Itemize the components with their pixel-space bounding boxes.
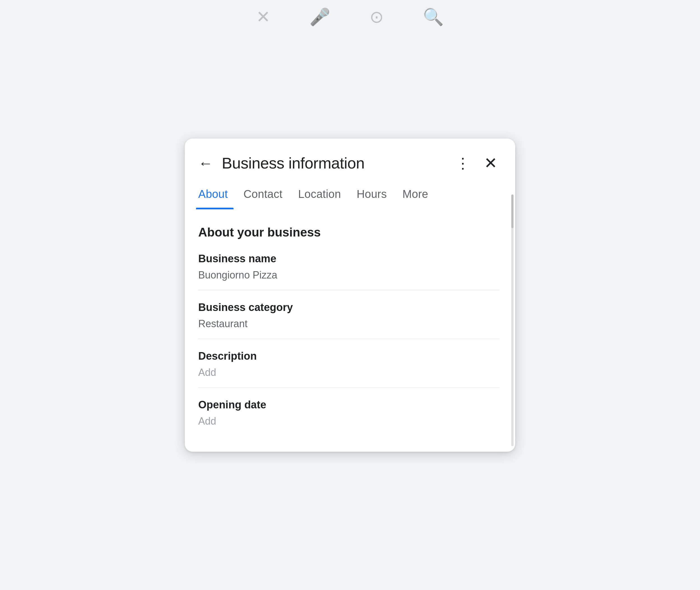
modal-header: ← Business information ⋮ ✕ bbox=[185, 138, 515, 182]
field-value-opening-date: Add bbox=[198, 415, 500, 427]
more-menu-button[interactable]: ⋮ bbox=[453, 154, 473, 173]
close-x-icon: ✕ bbox=[484, 155, 497, 171]
tab-hours[interactable]: Hours bbox=[349, 182, 395, 209]
tab-contact[interactable]: Contact bbox=[236, 182, 290, 209]
close-button[interactable]: ✕ bbox=[482, 153, 500, 173]
more-menu-icon: ⋮ bbox=[455, 156, 471, 171]
field-description[interactable]: Description Add bbox=[198, 350, 500, 378]
field-value-business-name: Buongiorno Pizza bbox=[198, 269, 500, 281]
back-button[interactable]: ← bbox=[196, 154, 215, 173]
tab-location[interactable]: Location bbox=[290, 182, 349, 209]
field-business-name[interactable]: Business name Buongiorno Pizza bbox=[198, 253, 500, 281]
business-info-modal: ← Business information ⋮ ✕ About Contact… bbox=[185, 138, 515, 452]
modal-content: About your business Business name Buongi… bbox=[185, 210, 515, 452]
tab-about[interactable]: About bbox=[196, 182, 236, 209]
back-arrow-icon: ← bbox=[198, 156, 213, 171]
field-label-business-name: Business name bbox=[198, 253, 500, 265]
scrollbar[interactable] bbox=[511, 195, 514, 446]
divider-3 bbox=[198, 387, 500, 388]
mic-bg-icon: 🎤 bbox=[310, 7, 330, 27]
field-label-opening-date: Opening date bbox=[198, 399, 500, 411]
field-value-business-category: Restaurant bbox=[198, 318, 500, 330]
top-icon-bar: ✕ 🎤 ⊙ 🔍 bbox=[0, 0, 700, 33]
field-business-category[interactable]: Business category Restaurant bbox=[198, 301, 500, 330]
tab-more[interactable]: More bbox=[395, 182, 436, 209]
field-opening-date[interactable]: Opening date Add bbox=[198, 399, 500, 427]
field-value-description: Add bbox=[198, 367, 500, 378]
scrollbar-thumb[interactable] bbox=[511, 195, 514, 228]
field-label-description: Description bbox=[198, 350, 500, 362]
search-bg-icon: 🔍 bbox=[423, 7, 444, 27]
modal-title: Business information bbox=[222, 154, 447, 172]
tab-bar: About Contact Location Hours More bbox=[185, 182, 515, 210]
divider-1 bbox=[198, 290, 500, 290]
header-actions: ⋮ ✕ bbox=[453, 153, 500, 173]
lens-bg-icon: ⊙ bbox=[370, 7, 383, 26]
section-title: About your business bbox=[198, 225, 500, 239]
field-label-business-category: Business category bbox=[198, 301, 500, 313]
close-bg-icon: ✕ bbox=[256, 7, 270, 26]
